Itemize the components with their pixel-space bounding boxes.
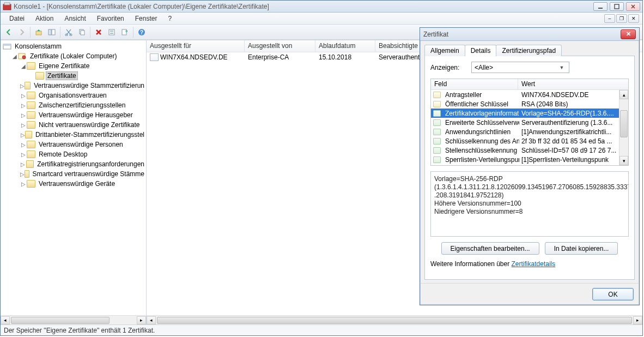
tab-zertifizierungspfad[interactable]: Zertifizierungspfad <box>496 45 562 56</box>
back-button[interactable] <box>3 26 15 38</box>
close-button[interactable] <box>626 2 640 11</box>
menu-datei[interactable]: Datei <box>4 14 30 23</box>
field-row[interactable]: Schlüsselkennung des Antra...2f 3b ff 32… <box>431 136 628 146</box>
menu-help[interactable]: ? <box>162 14 177 23</box>
tree-folder[interactable]: ▷Nicht vertrauenswürdige Zertifikate <box>20 120 146 130</box>
forward-button[interactable] <box>16 26 28 38</box>
collapse-icon[interactable]: ◢ <box>11 53 18 59</box>
col-issued-for[interactable]: Ausgestellt für <box>147 40 245 52</box>
menu-ansicht[interactable]: Ansicht <box>59 14 91 23</box>
show-hide-button[interactable] <box>46 26 58 38</box>
minimize-button[interactable] <box>593 2 607 11</box>
properties-button[interactable] <box>106 26 118 38</box>
mdi-minimize-button[interactable]: – <box>604 14 615 23</box>
svg-rect-5 <box>48 29 51 35</box>
scroll-right-button[interactable]: ▸ <box>633 316 642 324</box>
expand-icon[interactable]: ▷ <box>20 122 27 128</box>
tree-folder[interactable]: ▷Drittanbieter-Stammzertifizierungsstel <box>20 130 146 140</box>
field-name: Antragsteller <box>443 91 519 99</box>
field-list-vscrollbar[interactable]: ▴ ▾ <box>619 90 628 165</box>
help-button[interactable]: ? <box>136 26 148 38</box>
show-select[interactable]: <Alle> ▼ <box>471 62 569 73</box>
tree-certificates[interactable]: Zertifikate <box>29 71 146 81</box>
expand-icon[interactable]: ▷ <box>20 83 25 89</box>
expand-icon[interactable]: ▷ <box>20 152 27 158</box>
scroll-left-button[interactable]: ◂ <box>147 316 156 324</box>
ok-button[interactable]: OK <box>592 288 634 300</box>
tree-folder[interactable]: ▷Organisationsvertrauen <box>20 91 146 100</box>
collapse-icon[interactable]: ◢ <box>20 63 27 69</box>
expand-icon[interactable]: ▷ <box>20 171 25 177</box>
tree[interactable]: Konsolenstamm ◢ Zertifikate (Lokaler Com… <box>1 40 146 315</box>
menubar: Datei Aktion Ansicht Favoriten Fenster ?… <box>1 13 642 25</box>
list-hscrollbar[interactable]: ◂ ▸ <box>147 315 642 324</box>
tree-hscrollbar[interactable]: ◂ ▸ <box>1 315 146 324</box>
tree-cert-root[interactable]: ◢ Zertifikate (Lokaler Computer) <box>11 51 146 61</box>
field-value: [1]Anwendungszertifikatrichtli... <box>519 128 628 136</box>
edit-properties-button[interactable]: Eigenschaften bearbeiten... <box>441 242 539 255</box>
dialog-title: Zertifikat <box>423 31 621 38</box>
field-list-body[interactable]: AntragstellerWIN7X64.NDSEDV.DEÖffentlich… <box>431 90 628 165</box>
expand-icon[interactable]: ▷ <box>20 142 27 148</box>
dialog-titlebar[interactable]: Zertifikat ✕ <box>420 28 639 41</box>
scroll-thumb[interactable] <box>157 317 632 324</box>
tree-folder[interactable]: ▷Zertifikatregistrierungsanforderungen <box>20 159 146 169</box>
mdi-restore-button[interactable]: ❐ <box>616 14 627 23</box>
expand-icon[interactable]: ▷ <box>20 161 26 167</box>
maximize-button[interactable] <box>610 2 624 11</box>
tab-details[interactable]: Details <box>465 45 497 56</box>
dialog-close-button[interactable]: ✕ <box>621 29 636 39</box>
field-row[interactable]: Erweiterte Schlüsselverwen...Serverauthe… <box>431 118 628 127</box>
tree-folder[interactable]: ▷Remote Desktop <box>20 149 146 159</box>
cert-details-link[interactable]: Zertifikatdetails <box>512 260 556 268</box>
menu-aktion[interactable]: Aktion <box>30 14 59 23</box>
tree-label: Eigene Zertifikate <box>37 62 91 70</box>
field-row[interactable]: Anwendungsrichtlinien[1]Anwendungszertif… <box>431 127 628 136</box>
tree-own-certs[interactable]: ◢ Eigene Zertifikate <box>20 61 146 71</box>
scroll-thumb[interactable] <box>620 110 628 137</box>
expand-icon[interactable]: ▷ <box>20 181 27 187</box>
tree-label: Remote Desktop <box>37 150 89 159</box>
field-row[interactable]: Öffentlicher SchlüsselRSA (2048 Bits) <box>431 99 628 109</box>
mdi-close-button[interactable]: ✕ <box>628 14 639 23</box>
tree-folder[interactable]: ▷Vertrauenswürdige Geräte <box>20 179 146 189</box>
field-row[interactable]: AntragstellerWIN7X64.NDSEDV.DE <box>431 90 628 99</box>
extension-icon <box>433 157 441 163</box>
col-wert[interactable]: Wert <box>518 79 628 89</box>
tree-folder[interactable]: ▷Vertrauenswürdige Herausgeber <box>20 110 146 120</box>
cut-button[interactable] <box>63 26 75 38</box>
menu-favoriten[interactable]: Favoriten <box>92 14 130 23</box>
expand-icon[interactable]: ▷ <box>20 112 27 118</box>
field-row[interactable]: Zertifikatvorlageninformatio...Vorlage=S… <box>431 109 628 118</box>
tree-root[interactable]: Konsolenstamm <box>3 41 146 51</box>
col-feld[interactable]: Feld <box>431 79 518 89</box>
field-value: [1]Sperrlisten-Verteilungspunk <box>519 156 628 164</box>
scroll-thumb[interactable] <box>11 317 110 324</box>
tree-folder[interactable]: ▷Vertrauenswürdige Personen <box>20 140 146 149</box>
expand-icon[interactable]: ▷ <box>20 93 27 99</box>
expand-icon[interactable]: ▷ <box>20 103 27 109</box>
field-row[interactable]: StellenschlüsselkennungSchlüssel-ID=57 0… <box>431 146 628 155</box>
svg-rect-10 <box>81 31 84 35</box>
tree-folder[interactable]: ▷Smartcard vertrauenswürdige Stämme <box>20 169 146 179</box>
col-issued-by[interactable]: Ausgestellt von <box>245 40 315 52</box>
tab-allgemein[interactable]: Allgemein <box>424 45 465 56</box>
expand-icon[interactable]: ▷ <box>20 132 25 138</box>
tree-folder[interactable]: ▷Vertrauenswürdige Stammzertifizierun <box>20 81 146 91</box>
scroll-right-button[interactable]: ▸ <box>137 316 146 324</box>
scroll-down-button[interactable]: ▾ <box>619 156 628 165</box>
scroll-up-button[interactable]: ▴ <box>619 90 628 99</box>
copy-button[interactable] <box>76 26 88 38</box>
scroll-left-button[interactable]: ◂ <box>1 316 10 324</box>
col-expiry[interactable]: Ablaufdatum <box>315 40 375 52</box>
titlebar[interactable]: Konsole1 - [Konsolenstamm\Zertifikate (L… <box>1 1 642 13</box>
up-button[interactable] <box>33 26 45 38</box>
detail-textbox[interactable]: Vorlage=SHA-256-RDP (1.3.6.1.4.1.311.21.… <box>430 171 629 237</box>
export-button[interactable] <box>119 26 131 38</box>
copy-to-file-button[interactable]: In Datei kopieren... <box>545 242 618 255</box>
menu-fenster[interactable]: Fenster <box>130 14 163 23</box>
svg-rect-6 <box>52 29 55 35</box>
delete-button[interactable] <box>93 26 105 38</box>
field-row[interactable]: Sperrlisten-Verteilungspunkte[1]Sperrlis… <box>431 155 628 164</box>
tree-folder[interactable]: ▷Zwischenzertifizierungsstellen <box>20 100 146 110</box>
